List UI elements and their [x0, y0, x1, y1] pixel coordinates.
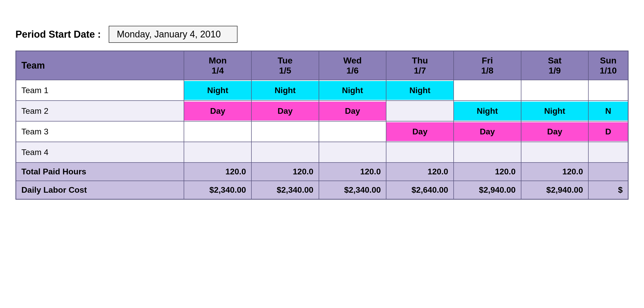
team3-mon	[184, 121, 251, 142]
team3-thu: Day	[386, 121, 454, 142]
paid-hours-sun	[588, 163, 628, 181]
period-value[interactable]: Monday, January 4, 2010	[109, 26, 238, 43]
paid-hours-mon: 120.0	[184, 163, 251, 181]
paid-hours-fri: 120.0	[454, 163, 521, 181]
labor-cost-wed: $2,340.00	[319, 181, 386, 199]
mon-header: Mon 1/4	[184, 51, 251, 80]
labor-cost-tue: $2,340.00	[251, 181, 319, 199]
team2-sat: Night	[521, 101, 589, 121]
labor-cost-label: Daily Labor Cost	[16, 181, 184, 199]
paid-hours-label: Total Paid Hours	[16, 163, 184, 181]
labor-cost-thu: $2,640.00	[386, 181, 454, 199]
total-paid-hours-row: Total Paid Hours 120.0 120.0 120.0 120.0…	[16, 163, 628, 181]
team2-tue: Day	[251, 101, 319, 121]
team2-fri: Night	[454, 101, 521, 121]
team4-thu	[386, 142, 454, 163]
tue-header: Tue 1/5	[251, 51, 319, 80]
team4-wed	[319, 142, 386, 163]
team2-name: Team 2	[16, 101, 184, 121]
wed-header: Wed 1/6	[319, 51, 386, 80]
paid-hours-wed: 120.0	[319, 163, 386, 181]
team4-sun	[588, 142, 628, 163]
team4-tue	[251, 142, 319, 163]
labor-cost-sat: $2,940.00	[521, 181, 589, 199]
team3-row: Team 3 Day Day Day D	[16, 121, 628, 142]
team2-sun: N	[588, 101, 628, 121]
period-label: Period Start Date :	[15, 29, 101, 40]
team4-sat	[521, 142, 589, 163]
team3-wed	[319, 121, 386, 142]
team1-name: Team 1	[16, 80, 184, 101]
header-row: Team Mon 1/4 Tue 1/5 Wed 1/6 Thu 1/7 Fri…	[16, 51, 628, 80]
team2-row: Team 2 Day Day Day Night Night N	[16, 101, 628, 121]
labor-cost-sun: $	[588, 181, 628, 199]
team3-tue	[251, 121, 319, 142]
team3-sun: D	[588, 121, 628, 142]
team4-row: Team 4	[16, 142, 628, 163]
thu-header: Thu 1/7	[386, 51, 454, 80]
labor-cost-mon: $2,340.00	[184, 181, 251, 199]
labor-cost-fri: $2,940.00	[454, 181, 521, 199]
paid-hours-thu: 120.0	[386, 163, 454, 181]
team2-mon: Day	[184, 101, 251, 121]
team4-fri	[454, 142, 521, 163]
team3-sat: Day	[521, 121, 589, 142]
fri-header: Fri 1/8	[454, 51, 521, 80]
team1-row: Team 1 Night Night Night Night	[16, 80, 628, 101]
period-start-row: Period Start Date : Monday, January 4, 2…	[15, 26, 629, 43]
team1-fri	[454, 80, 521, 101]
team1-sat	[521, 80, 589, 101]
team-column-header: Team	[16, 51, 184, 80]
paid-hours-sat: 120.0	[521, 163, 589, 181]
team1-mon: Night	[184, 80, 251, 101]
sun-header: Sun 1/10	[588, 51, 628, 80]
team3-fri: Day	[454, 121, 521, 142]
schedule-table: Team Mon 1/4 Tue 1/5 Wed 1/6 Thu 1/7 Fri…	[15, 51, 629, 200]
team1-wed: Night	[319, 80, 386, 101]
team1-tue: Night	[251, 80, 319, 101]
paid-hours-tue: 120.0	[251, 163, 319, 181]
team1-thu: Night	[386, 80, 454, 101]
team4-mon	[184, 142, 251, 163]
daily-labor-cost-row: Daily Labor Cost $2,340.00 $2,340.00 $2,…	[16, 181, 628, 199]
team2-wed: Day	[319, 101, 386, 121]
team1-sun	[588, 80, 628, 101]
sat-header: Sat 1/9	[521, 51, 589, 80]
team4-name: Team 4	[16, 142, 184, 163]
team2-thu	[386, 101, 454, 121]
team3-name: Team 3	[16, 121, 184, 142]
